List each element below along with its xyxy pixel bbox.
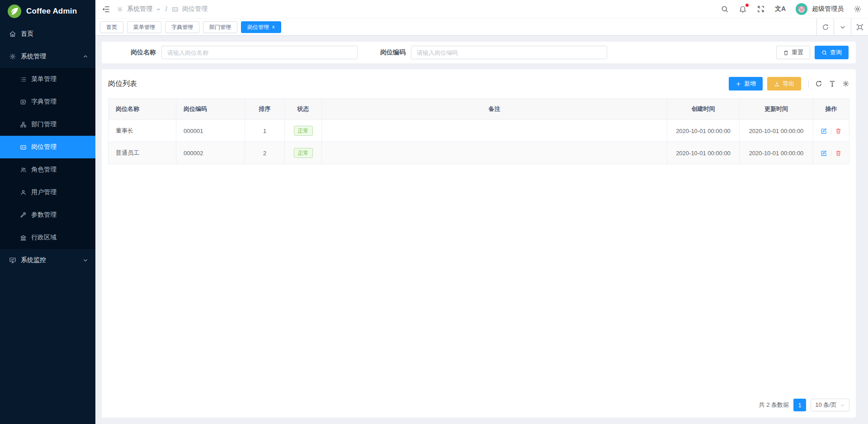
column-settings-gear-icon[interactable] [842, 80, 849, 87]
cell-post-code: 000002 [176, 142, 245, 164]
table-row: 普通员工 000002 2 正常 2020-10-01 00:00:00 202… [108, 142, 849, 164]
pagination: 共 2 条数据 1 10 条/页 [108, 393, 849, 411]
sidebar-item-role-mgmt[interactable]: 角色管理 [0, 158, 95, 181]
dictionary-icon [20, 99, 27, 105]
sidebar-item-home[interactable]: 首页 [0, 23, 95, 45]
breadcrumb-parent[interactable]: 系统管理 [127, 5, 152, 13]
row-height-icon[interactable] [829, 80, 836, 87]
post-list-card: 岗位列表 新增 导出 [102, 69, 856, 418]
post-code-form-item: 岗位编码 [380, 46, 607, 59]
post-name-form-item: 岗位名称 [131, 46, 358, 59]
post-table: 岗位名称 岗位编码 排序 状态 备注 创建时间 更新时间 操作 董事长 0000… [108, 98, 849, 164]
search-form-card: 岗位名称 岗位编码 重置 查询 [102, 42, 856, 63]
toolbar-divider [808, 80, 809, 87]
status-badge: 正常 [294, 148, 313, 158]
sidebar-collapse-icon[interactable] [102, 5, 110, 14]
sidebar-item-monitor[interactable]: 系统监控 [0, 249, 95, 272]
user-icon [20, 189, 27, 196]
cell-sort: 2 [245, 142, 285, 164]
table-row: 董事长 000001 1 正常 2020-10-01 00:00:00 2020… [108, 120, 849, 142]
edit-icon[interactable] [821, 128, 827, 134]
add-button[interactable]: 新增 [729, 77, 763, 91]
chevron-down-icon [83, 257, 88, 263]
post-name-input[interactable] [161, 46, 358, 59]
cell-status: 正常 [285, 120, 322, 142]
sidebar-item-menu-mgmt[interactable]: 菜单管理 [0, 68, 95, 91]
id-badge-icon [20, 144, 27, 151]
notification-bell-icon[interactable] [739, 5, 747, 13]
cell-post-code: 000001 [176, 120, 245, 142]
leaf-logo-icon [7, 4, 22, 19]
wrench-icon [20, 212, 27, 219]
sidebar-item-region[interactable]: 行政区域 [0, 226, 95, 249]
sidebar-submenu-system: 菜单管理 字典管理 部门管理 岗位管理 角色管理 [0, 68, 95, 249]
col-header-created: 创建时间 [667, 99, 740, 120]
gear-icon [117, 6, 123, 13]
translate-icon[interactable]: 文A [775, 5, 786, 13]
col-header-post-name: 岗位名称 [108, 99, 176, 120]
sidebar-item-dept-mgmt[interactable]: 部门管理 [0, 113, 95, 136]
bank-icon [20, 234, 27, 241]
cell-status: 正常 [285, 142, 322, 164]
fullscreen-icon[interactable] [757, 5, 765, 13]
cell-remark [322, 120, 667, 142]
delete-icon[interactable] [835, 128, 842, 134]
col-header-post-code: 岗位编码 [176, 99, 245, 120]
sidebar-item-system[interactable]: 系统管理 [0, 45, 95, 68]
post-code-input[interactable] [411, 46, 607, 59]
post-code-label: 岗位编码 [380, 48, 406, 57]
sidebar-item-dict-mgmt[interactable]: 字典管理 [0, 91, 95, 113]
avatar [796, 3, 807, 15]
user-menu[interactable]: 超级管理员 [796, 3, 844, 15]
tab-close-icon[interactable]: x [272, 24, 275, 29]
app-logo: Coffee Admin [0, 0, 95, 23]
refresh-icon[interactable] [816, 19, 834, 35]
reset-button[interactable]: 重置 [776, 46, 810, 59]
cell-updated: 2020-10-01 00:00:00 [740, 120, 813, 142]
trash-icon [783, 50, 789, 56]
actions-divider [831, 150, 831, 156]
chevron-up-icon [83, 54, 88, 59]
id-badge-icon [172, 6, 179, 13]
tab-home[interactable]: 首页 [100, 21, 123, 33]
sidebar-item-post-mgmt[interactable]: 岗位管理 [0, 136, 95, 158]
download-icon [774, 81, 780, 87]
refresh-icon[interactable] [815, 80, 822, 87]
sidebar-item-user-mgmt[interactable]: 用户管理 [0, 181, 95, 204]
cell-created: 2020-10-01 00:00:00 [667, 142, 740, 164]
search-icon[interactable] [721, 5, 729, 13]
delete-icon[interactable] [835, 150, 842, 157]
tabs-bar: 首页 菜单管理 字典管理 部门管理 岗位管理 x [95, 18, 868, 36]
export-button[interactable]: 导出 [767, 77, 801, 91]
monitor-board-icon [9, 257, 16, 264]
tab-dept-mgmt[interactable]: 部门管理 [203, 21, 237, 33]
username: 超级管理员 [812, 5, 844, 13]
search-icon [821, 50, 827, 56]
gear-icon [9, 53, 16, 60]
col-header-status: 状态 [285, 99, 322, 120]
edit-icon[interactable] [821, 150, 827, 157]
tab-post-mgmt[interactable]: 岗位管理 x [241, 21, 281, 33]
post-name-label: 岗位名称 [131, 48, 156, 57]
sidebar-item-params-mgmt[interactable]: 参数管理 [0, 204, 95, 226]
chevron-down-icon [840, 403, 845, 408]
maximize-view-icon[interactable] [851, 19, 868, 35]
cell-updated: 2020-10-01 00:00:00 [740, 142, 813, 164]
settings-gear-icon[interactable] [854, 5, 862, 13]
app-title: Coffee Admin [26, 7, 77, 16]
page-1-button[interactable]: 1 [793, 399, 806, 411]
top-navbar: 系统管理 / 岗位管理 文A [95, 0, 868, 18]
cell-post-name: 普通员工 [108, 142, 176, 164]
cell-post-name: 董事长 [108, 120, 176, 142]
cell-created: 2020-10-01 00:00:00 [667, 120, 740, 142]
notification-dot [745, 4, 749, 7]
tabs-dropdown-chevron-icon[interactable] [834, 19, 851, 35]
col-header-actions: 操作 [813, 99, 849, 120]
tab-menu-mgmt[interactable]: 菜单管理 [127, 21, 161, 33]
breadcrumb-separator: / [165, 5, 167, 13]
col-header-sort: 排序 [245, 99, 285, 120]
tab-dict-mgmt[interactable]: 字典管理 [165, 21, 199, 33]
page-size-select[interactable]: 10 条/页 [811, 399, 849, 411]
query-button[interactable]: 查询 [815, 46, 849, 59]
roles-icon [20, 167, 27, 173]
